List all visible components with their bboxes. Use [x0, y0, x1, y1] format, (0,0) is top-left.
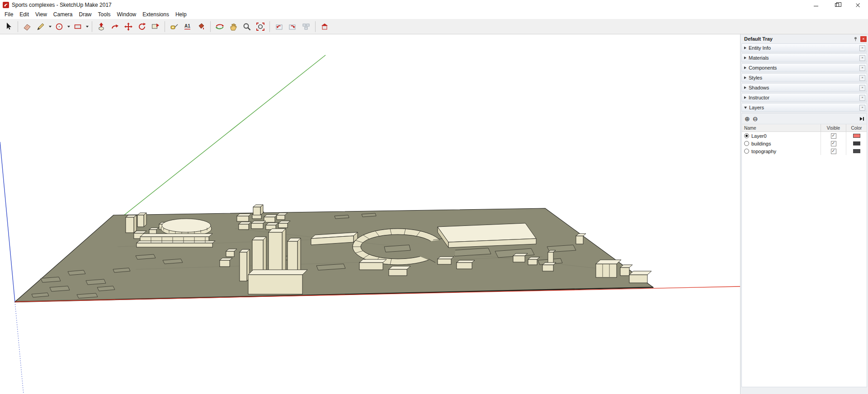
section-shadows[interactable]: Shadows × — [741, 83, 867, 92]
menu-file[interactable]: File — [1, 10, 16, 19]
section-styles[interactable]: Styles × — [741, 73, 867, 82]
sketchup-window: Sports complexes - SketchUp Make 2017 Fi… — [0, 0, 868, 394]
move-tool-button[interactable] — [122, 20, 135, 33]
close-button[interactable] — [847, 0, 868, 10]
paint-bucket-icon — [196, 22, 206, 32]
toolbar-separator — [269, 21, 270, 32]
section-label: Shadows — [749, 85, 769, 90]
menu-draw[interactable]: Draw — [76, 10, 95, 19]
layer-visible-checkbox[interactable]: ✓ — [831, 149, 836, 154]
rectangle-tool-button[interactable] — [71, 20, 84, 33]
orbit-tool-button[interactable] — [213, 20, 226, 33]
layer-current-radio[interactable] — [744, 149, 749, 154]
3d-warehouse-button[interactable] — [318, 20, 331, 33]
column-color: Color — [846, 124, 867, 131]
tray-close-button[interactable]: × — [860, 36, 867, 42]
layer-row-topography[interactable]: topography ✓ — [742, 147, 867, 155]
section-close-button[interactable]: × — [859, 45, 865, 51]
section-label: Instructor — [749, 95, 769, 100]
chevron-right-icon — [744, 96, 746, 99]
menu-window[interactable]: Window — [114, 10, 140, 19]
select-tool-button[interactable] — [2, 20, 15, 33]
window-controls — [806, 0, 868, 10]
section-close-button[interactable]: × — [859, 55, 865, 61]
tray-title: Default Tray — [744, 36, 773, 42]
eraser-tool-button[interactable] — [21, 20, 33, 33]
zoom-extents-tool-button[interactable] — [254, 20, 267, 33]
layer-row-buildings[interactable]: buildings ✓ — [742, 140, 867, 147]
line-tool-button[interactable] — [34, 20, 47, 33]
layers-panel: ⊕ ⊖ Name Visible Color Layer0 — [741, 113, 867, 387]
restore-button[interactable] — [826, 0, 847, 10]
menu-bar: File Edit View Camera Draw Tools Window … — [0, 10, 868, 19]
section-entity-info[interactable]: Entity Info × — [741, 43, 867, 52]
menu-tools[interactable]: Tools — [95, 10, 114, 19]
main-area: Default Tray × Entity Info × Materials ×… — [0, 34, 868, 394]
layer-color-swatch[interactable] — [853, 149, 860, 153]
add-layer-button[interactable]: ⊕ — [745, 116, 750, 122]
layer-name: buildings — [751, 141, 771, 146]
pin-icon — [853, 37, 858, 42]
shapes-tool-dropdown[interactable] — [66, 20, 71, 33]
section-close-button[interactable]: × — [859, 95, 865, 101]
menu-extensions[interactable]: Extensions — [139, 10, 172, 19]
layer-color-swatch[interactable] — [853, 134, 860, 138]
model-scene[interactable] — [0, 34, 740, 394]
text-tool-button[interactable]: A1 — [181, 20, 194, 33]
rectangle-tool-dropdown[interactable] — [85, 20, 90, 33]
push-pull-tool-button[interactable] — [95, 20, 108, 33]
model-viewport[interactable] — [0, 34, 740, 394]
blue-axis-line — [0, 142, 15, 302]
column-visible: Visible — [821, 124, 846, 131]
rotate-tool-button[interactable] — [136, 20, 148, 33]
pin-button[interactable] — [853, 37, 858, 42]
layer-visible-checkbox[interactable]: ✓ — [831, 133, 836, 139]
make-component-button[interactable] — [149, 20, 162, 33]
section-close-button[interactable]: × — [859, 85, 865, 91]
remove-layer-button[interactable]: ⊖ — [753, 116, 758, 122]
previous-view-button[interactable] — [273, 20, 285, 33]
section-close-button[interactable]: × — [859, 105, 865, 111]
zoom-tool-button[interactable] — [241, 20, 253, 33]
chevron-down-icon — [86, 26, 89, 28]
svg-text:A1: A1 — [184, 23, 190, 28]
layer-row-layer0[interactable]: Layer0 ✓ — [742, 132, 867, 140]
sketchup-logo-icon — [3, 2, 9, 8]
menu-help[interactable]: Help — [172, 10, 190, 19]
follow-me-tool-button[interactable] — [108, 20, 121, 33]
layer-visible-checkbox[interactable]: ✓ — [831, 141, 836, 146]
check-icon: ✓ — [831, 141, 835, 145]
menu-edit[interactable]: Edit — [16, 10, 32, 19]
menu-view[interactable]: View — [32, 10, 50, 19]
menu-camera[interactable]: Camera — [50, 10, 76, 19]
section-label: Components — [749, 65, 777, 70]
paint-bucket-tool-button[interactable] — [195, 20, 208, 33]
getting-started-toolbar: A1 — [0, 19, 868, 34]
layer-current-radio[interactable] — [744, 141, 749, 146]
section-close-button[interactable]: × — [859, 65, 865, 71]
section-instructor[interactable]: Instructor × — [741, 93, 867, 102]
title-bar: Sports complexes - SketchUp Make 2017 — [0, 0, 868, 10]
toolbar-separator — [210, 21, 211, 32]
standard-views-button[interactable] — [300, 20, 312, 33]
section-layers[interactable]: Layers × — [741, 103, 867, 112]
toolbar-separator — [315, 21, 316, 32]
layers-table-header: Name Visible Color — [742, 124, 867, 132]
pan-tool-button[interactable] — [227, 20, 240, 33]
section-materials[interactable]: Materials × — [741, 53, 867, 62]
shapes-tool-button[interactable] — [53, 20, 66, 33]
minimize-button[interactable] — [806, 0, 826, 10]
rectangle-tool-icon — [73, 22, 83, 32]
blue-axis-negative-line — [15, 302, 24, 394]
section-components[interactable]: Components × — [741, 63, 867, 72]
chevron-right-icon — [744, 66, 746, 69]
layer-color-swatch[interactable] — [853, 141, 860, 145]
next-view-button[interactable] — [286, 20, 299, 33]
layer-current-radio[interactable] — [744, 133, 749, 138]
tape-measure-tool-button[interactable] — [168, 20, 180, 33]
toolbar-separator — [165, 21, 165, 32]
line-tool-dropdown[interactable] — [47, 20, 52, 33]
section-close-button[interactable]: × — [859, 75, 865, 81]
layer-details-button[interactable] — [860, 117, 864, 121]
chevron-right-icon — [744, 56, 746, 59]
